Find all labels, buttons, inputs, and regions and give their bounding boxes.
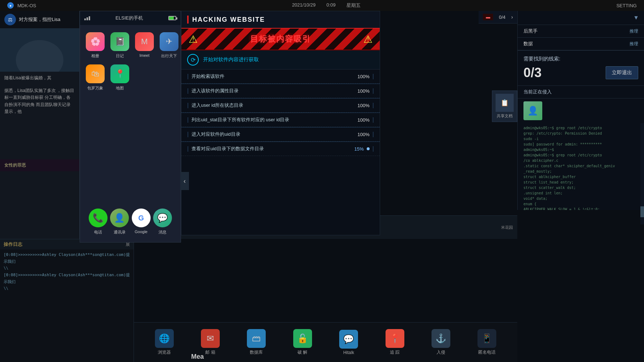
tool-item-4[interactable]: 💬 Hitalk [339, 330, 358, 355]
code-line-1: grep: /etc/crypto: Permission Denied [523, 131, 638, 136]
code-scrollbar[interactable] [640, 123, 644, 224]
phone-apps-grid: 🌸 相册 📓 日记 M Imeet ✈ 出行天下 🛍 包罗万象 📍 地图 [80, 25, 181, 98]
scrollbar-thumb[interactable] [640, 206, 644, 217]
article-title: 对方报案，指控Lisa [19, 16, 60, 23]
dock-icon-2: G [132, 209, 151, 227]
code-line-7: .static const char* skcipher_default_gen… [523, 163, 638, 169]
code-line-5: admin@wks05:~$ grep root /etc/crypto [523, 152, 638, 158]
hack-accent [187, 16, 189, 24]
tool-label-7: 匿名电话 [478, 349, 496, 355]
tool-item-3[interactable]: 🔓 破 解 [293, 329, 312, 355]
tool-icon-6: ⚓ [432, 329, 450, 348]
chat-preview-name: 米花园 [501, 225, 513, 230]
log-line-1: [0:08]>>>>>>>>>>Ashley Clayson(Ash***son… [4, 252, 130, 265]
hack-status-bar: ⟳ 开始对软件内容进行获取 [181, 50, 380, 70]
code-line-17: ABLKCIPHER_WALK_SLOW = 1 & !c&lt;0; [523, 207, 638, 210]
app-label-1: 日记 [116, 53, 124, 59]
hack-item-3: 列出uid_stat目录下所有软件对应的 user id目录100% [181, 113, 380, 127]
hack-item-pct-2: 100% [352, 103, 370, 108]
log-line-2: \\ [4, 265, 130, 272]
tool-item-2[interactable]: 🗃 数据库 [247, 329, 266, 355]
nav-count-bar: ▬ 0/4 › [479, 11, 517, 24]
hacking-label: 当前正在侵入 [518, 86, 644, 98]
code-line-12: struct scatter_walk dst; [523, 185, 638, 190]
dock-label-0: 电话 [94, 230, 102, 235]
right-item-action-1[interactable]: 推理 [630, 41, 638, 47]
tool-label-3: 破 解 [298, 349, 307, 355]
hack-status-text: 开始对软件内容进行获取 [203, 56, 259, 63]
hack-panel: HACKING WEBSITE ⚠ 目标被内容吸引 ⚠ ⟳ 开始对软件内容进行获… [181, 11, 380, 235]
phone-battery [168, 16, 176, 20]
hack-item-2: 进入user id所在状态目录100% [181, 98, 380, 113]
tool-item-5[interactable]: 📍 追 踪 [386, 329, 404, 355]
dock-item-1[interactable]: 👤通讯录 [110, 209, 129, 235]
hack-item-pct-5: 15% [346, 146, 364, 152]
app-label-3: 出行天下 [161, 53, 177, 59]
right-item-label-1: 数据 [523, 41, 533, 47]
dock-label-1: 通讯录 [114, 230, 126, 235]
hack-item-label-3: 列出uid_stat目录下所有软件对应的 user id目录 [191, 117, 352, 123]
settings-label[interactable]: SETTING [616, 3, 637, 8]
dock-icon-1: 👤 [110, 209, 129, 227]
code-line-2: sudo -i [523, 136, 638, 142]
code-line-3: sudo] password for admin: ********** [523, 142, 638, 147]
tool-item-7[interactable]: 📱 匿名电话 [477, 329, 496, 355]
right-item-label-0: 后黑手 [523, 28, 538, 34]
tool-icon-0: 🌐 [155, 329, 174, 348]
alert-icon-right: ⚠ [363, 33, 372, 45]
clue-row: 0/3 立即退出 [523, 65, 638, 80]
app-icon-1: 📓 [110, 32, 129, 51]
code-line-6: /co ablkcipher.c [523, 158, 638, 163]
article-sub: 随着Lisa被爆出骗婚，其 [0, 72, 79, 84]
time: 0:09 [327, 2, 336, 9]
app-item-5[interactable]: 📍 地图 [110, 64, 129, 91]
app-icon-3: ✈ [160, 32, 178, 51]
right-item-action-0[interactable]: 推理 [630, 28, 638, 34]
left-nav-arrow[interactable]: ‹ [180, 172, 189, 190]
dock-item-0[interactable]: 📞电话 [89, 209, 108, 235]
tool-label-1: 邮 箱 [205, 349, 215, 355]
tool-icon-1: ✉ [201, 329, 220, 348]
hack-item-0: 开始检索该软件100% [181, 70, 380, 84]
app-item-3[interactable]: ✈ 出行天下 [160, 32, 178, 59]
app-item-4[interactable]: 🛍 包罗万象 [86, 64, 105, 91]
log-line-3: [0:08]>>>>>>>>>>Ashley Clayson(Ash***son… [4, 272, 130, 285]
tool-label-4: Hitalk [343, 350, 354, 355]
hack-item-pct-4: 100% [352, 132, 370, 137]
right-item-0: 后黑手 推理 [518, 25, 644, 38]
alert-icon-left: ⚠ [189, 33, 198, 45]
app-icon-0: 🌸 [86, 32, 105, 51]
code-line-14: void* data; [523, 196, 638, 201]
nav-arrow[interactable]: › [511, 14, 513, 20]
tool-icon-5: 📍 [386, 329, 404, 348]
top-bar: ● MDK-OS 2021/10/29 0:09 星期五 SETTING [0, 0, 644, 11]
tool-icon-2: 🗃 [247, 329, 266, 348]
datetime: 2021/10/29 [292, 2, 316, 9]
phone-dock: 📞电话👤通讯录GGoogle💬消息 [80, 205, 181, 239]
dock-item-2[interactable]: GGoogle [132, 209, 151, 235]
exit-btn[interactable]: 立即退出 [606, 66, 638, 79]
code-panel: admin@wks05:~$ grep root /etc/cryptogrep… [518, 123, 644, 210]
code-line-13: .unsigned int len; [523, 190, 638, 196]
app-item-2[interactable]: M Imeet [135, 32, 154, 59]
article-body: 据悉，Lisa团队实施了多次 ，接触目标一直到威胁目标获 分工明确，各自扮演不同… [0, 84, 79, 118]
hack-item-4: 进入对应软件的uid目录100% [181, 127, 380, 142]
tool-icon-3: 🔓 [293, 329, 312, 348]
hack-item-pct-1: 100% [352, 88, 370, 94]
hack-title: HACKING WEBSITE [192, 16, 265, 24]
tool-item-0[interactable]: 🌐 浏览器 [155, 329, 174, 355]
dock-item-3[interactable]: 💬消息 [153, 209, 172, 235]
tool-label-6: 入侵 [437, 349, 445, 355]
app-item-0[interactable]: 🌸 相册 [86, 32, 105, 59]
dock-label-2: Google [135, 230, 147, 234]
clue-title: 需要找到的线索: [523, 56, 638, 62]
share-file-panel: 📋 共享文档 [492, 90, 517, 122]
hack-progress-list: 开始检索该软件100%进入该软件的属性目录100%进入user id所在状态目录… [181, 70, 380, 156]
hack-item-1: 进入该软件的属性目录100% [181, 84, 380, 98]
app-item-1[interactable]: 📓 日记 [110, 32, 129, 59]
right-item-1: 数据 推理 [518, 38, 644, 50]
code-line-8: _read_mostly; [523, 169, 638, 174]
tool-item-6[interactable]: ⚓ 入侵 [432, 329, 450, 355]
signal-bar-1 [84, 18, 86, 20]
top-bar-left: ● MDK-OS [7, 2, 36, 9]
